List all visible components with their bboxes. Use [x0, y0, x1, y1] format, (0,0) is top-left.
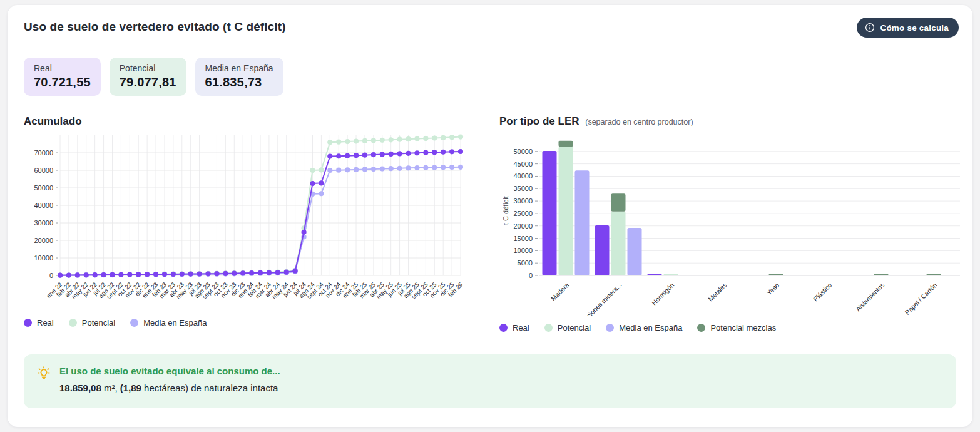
legend-dot [606, 324, 614, 332]
svg-text:Fracciones minera...: Fracciones minera... [576, 281, 623, 316]
stat-label: Potencial [120, 63, 176, 73]
ler-chart-title: Por tipo de LER (separado en centro prod… [499, 115, 967, 128]
svg-text:Metales: Metales [707, 281, 728, 302]
ler-chart-legend: RealPotencialMedia en EspañaPotencial me… [499, 323, 967, 332]
svg-text:25000: 25000 [513, 210, 533, 217]
stat-card-potencial: Potencial 79.077,81 [110, 58, 186, 96]
svg-text:50000: 50000 [34, 184, 53, 192]
svg-text:10000: 10000 [34, 254, 53, 262]
accumulated-chart-legend: RealPotencialMedia en España [24, 318, 472, 327]
svg-text:15000: 15000 [513, 235, 533, 242]
stat-value: 61.835,73 [205, 75, 273, 90]
svg-text:30000: 30000 [34, 219, 53, 227]
legend-item-potencial[interactable]: Potencial [69, 318, 115, 327]
gridlines [56, 135, 461, 275]
y-axis-label: t C déficit [502, 196, 509, 225]
accumulated-chart-title: Acumulado [24, 115, 472, 128]
svg-text:20000: 20000 [513, 222, 533, 230]
legend-label: Media en España [143, 318, 207, 327]
legend-label: Media en España [619, 323, 682, 332]
svg-text:70000: 70000 [34, 149, 53, 157]
svg-text:Yeso: Yeso [765, 281, 781, 297]
legend-label: Real [37, 318, 54, 327]
equivalence-heading: El uso de suelo evitado equivale al cons… [59, 366, 280, 376]
how-calculated-label: Cómo se calcula [880, 23, 949, 33]
how-calculated-button[interactable]: Cómo se calcula [857, 18, 959, 38]
x-axis-labels: MaderaFracciones minera...HormigónMetale… [549, 281, 939, 316]
stat-value: 70.721,55 [34, 75, 91, 90]
legend-dot [499, 324, 508, 332]
legend-dot [697, 324, 705, 332]
stat-card-real: Real 70.721,55 [24, 58, 101, 96]
stat-label: Media en España [205, 63, 273, 73]
legend-label: Potencial mezclas [710, 323, 776, 332]
svg-text:Madera: Madera [549, 281, 571, 302]
legend-label: Real [513, 323, 529, 332]
equivalence-part: (1,89 [120, 383, 141, 393]
svg-text:Plástico: Plástico [812, 281, 834, 303]
equivalence-text: El uso de suelo evitado equivale al cons… [59, 364, 280, 393]
legend-item-media-en-espa-a[interactable]: Media en España [130, 318, 207, 327]
svg-text:0: 0 [49, 272, 53, 279]
svg-text:0: 0 [529, 272, 533, 279]
equivalence-part: hectáreas) de naturaleza intacta [141, 383, 278, 393]
ler-chart-title-text: Por tipo de LER [499, 115, 579, 127]
svg-text:10000: 10000 [513, 247, 533, 254]
svg-text:5000: 5000 [518, 259, 533, 267]
svg-text:60000: 60000 [34, 167, 53, 174]
svg-text:50000: 50000 [513, 148, 533, 155]
legend-dot [24, 319, 32, 327]
equivalence-value-line: 18.859,08 m², (1,89 hectáreas) de natura… [59, 383, 280, 393]
legend-item-real[interactable]: Real [24, 318, 54, 327]
svg-text:45000: 45000 [513, 160, 533, 168]
lightbulb-icon [36, 366, 51, 381]
page-title: Uso de suelo de vertedero evitado (t C d… [24, 18, 286, 34]
svg-text:40000: 40000 [513, 172, 533, 180]
legend-item-real[interactable]: Real [499, 323, 529, 332]
equivalence-part: 18.859,08 [59, 383, 101, 393]
svg-text:20000: 20000 [34, 237, 53, 244]
svg-text:Aislamientos: Aislamientos [854, 281, 886, 313]
svg-text:Hormigón: Hormigón [650, 281, 676, 307]
svg-text:30000: 30000 [513, 197, 533, 205]
x-axis-labels: ene 22feb 22abr 22may 22jun 22jul 22ago … [45, 280, 464, 300]
legend-label: Potencial [82, 318, 115, 327]
ler-bar-chart: 0500010000150002000025000300003500040000… [499, 130, 967, 316]
svg-text:40000: 40000 [34, 202, 53, 209]
legend-item-media-en-espa-a[interactable]: Media en España [606, 323, 682, 332]
legend-item-potencial-mezclas[interactable]: Potencial mezclas [697, 323, 776, 332]
legend-dot [130, 319, 138, 327]
accumulated-chart-section: Acumulado 010000200003000040000500006000… [24, 115, 472, 327]
panel-header: Uso de suelo de vertedero evitado (t C d… [24, 18, 959, 38]
legend-item-potencial[interactable]: Potencial [544, 323, 591, 332]
accumulated-line-chart: 010000200003000040000500006000070000ene … [24, 130, 472, 311]
info-icon [865, 23, 875, 33]
stat-cards: Real 70.721,55 Potencial 79.077,81 Media… [24, 58, 283, 96]
svg-text:Papel / Cartón: Papel / Cartón [903, 281, 938, 316]
svg-text:35000: 35000 [513, 185, 533, 192]
panel-card: Uso de suelo de vertedero evitado (t C d… [8, 5, 972, 427]
stat-card-media-espana: Media en España 61.835,73 [195, 58, 283, 96]
legend-dot [69, 319, 77, 327]
ler-chart-subtitle: (separado en centro productor) [585, 118, 693, 126]
ler-chart-section: Por tipo de LER (separado en centro prod… [499, 115, 967, 332]
equivalence-part: m², [101, 383, 120, 393]
legend-label: Potencial [558, 323, 591, 332]
equivalence-info-box: El uso de suelo evitado equivale al cons… [24, 354, 956, 408]
stat-value: 79.077,81 [120, 75, 176, 90]
legend-dot [544, 324, 553, 332]
stat-label: Real [34, 63, 91, 73]
